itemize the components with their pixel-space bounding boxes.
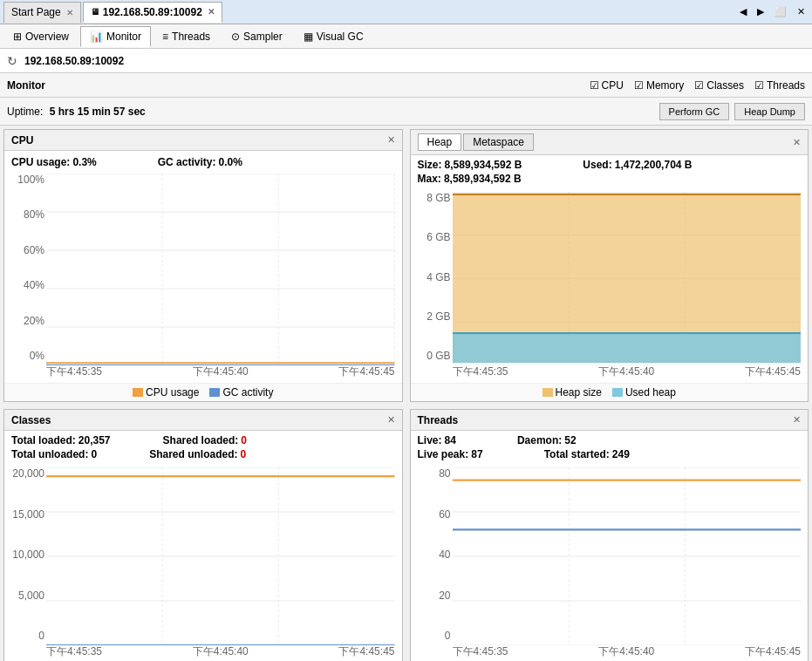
threads-panel: Threads ✕ Live: 84 Daemon: 52 Live peak:…: [410, 409, 809, 661]
classes-total-unloaded: Total unloaded: 0: [11, 448, 97, 460]
uptime-display: Uptime: 5 hrs 15 min 57 sec: [7, 106, 146, 118]
classes-stat-row1: Total loaded: 20,357 Shared loaded: 0: [11, 434, 395, 446]
threads-live-peak-stat: Live peak: 87: [418, 448, 483, 460]
title-bar: Start Page ✕ 🖥 192.168.50.89:10092 ✕ ◀ ▶…: [0, 0, 812, 24]
address-text: 192.168.50.89:10092: [24, 55, 124, 67]
threads-stat-row2: Live peak: 87 Total started: 249: [418, 448, 802, 460]
nav-forward-button[interactable]: ▶: [754, 6, 768, 17]
gc-color-box: [209, 388, 220, 397]
heap-panel-header: Heap Metaspace ✕: [411, 130, 809, 155]
refresh-icon[interactable]: ↻: [7, 54, 17, 68]
checkbox-threads-icon: ☑: [754, 79, 764, 92]
heap-chart-area: 8 GB 6 GB 4 GB 2 GB 0 GB: [411, 188, 809, 383]
threads-icon: ≡: [162, 31, 168, 43]
main-content: CPU ✕ CPU usage: 0.3% GC activity: 0.0% …: [0, 126, 812, 661]
nav-back-button[interactable]: ◀: [736, 6, 750, 17]
heap-tab-metaspace[interactable]: Metaspace: [463, 133, 534, 151]
checkbox-classes-icon: ☑: [694, 79, 704, 92]
cpu-color-box: [133, 388, 143, 397]
threads-panel-title: Threads: [418, 414, 794, 426]
title-bar-controls: ◀ ▶ ⬜ ✕: [736, 6, 809, 17]
cpu-y-labels: 100% 80% 60% 40% 20% 0%: [8, 174, 44, 362]
heap-x-labels: 下午4:45:35 下午4:45:40 下午4:45:45: [453, 365, 802, 379]
heap-stat-row1: Size: 8,589,934,592 B Used: 1,472,200,70…: [418, 159, 802, 171]
monitor-icon: 📊: [90, 31, 103, 43]
tab-monitor[interactable]: 🖥 192.168.50.89:10092 ✕: [83, 2, 222, 23]
threads-x-labels: 下午4:45:35 下午4:45:40 下午4:45:45: [453, 644, 802, 659]
heap-close-icon[interactable]: ✕: [793, 137, 801, 148]
tab-start-page[interactable]: Start Page ✕: [3, 2, 81, 23]
sampler-icon: ⊙: [231, 31, 240, 43]
close-start-page-icon[interactable]: ✕: [66, 8, 73, 17]
heap-tab-heap[interactable]: Heap: [418, 133, 462, 151]
nav-tab-sampler[interactable]: ⊙ Sampler: [222, 26, 292, 47]
heap-size-color: [542, 388, 553, 397]
visual-gc-icon: ▦: [304, 31, 313, 43]
classes-stat-row2: Total unloaded: 0 Shared unloaded: 0: [11, 448, 395, 460]
cpu-x-labels: 下午4:45:35 下午4:45:40 下午4:45:45: [46, 365, 395, 379]
cpu-legend-gc: GC activity: [209, 386, 273, 399]
nav-bar: ⊞ Overview 📊 Monitor ≡ Threads ⊙ Sampler…: [0, 24, 812, 49]
classes-close-icon[interactable]: ✕: [387, 414, 395, 426]
check-classes[interactable]: ☑ Classes: [694, 79, 744, 92]
nav-tab-overview[interactable]: ⊞ Overview: [3, 26, 78, 47]
action-buttons: Perform GC Heap Dump: [659, 103, 805, 120]
nav-tab-monitor[interactable]: 📊 Monitor: [80, 26, 151, 47]
heap-tabs: Heap Metaspace: [418, 133, 536, 151]
heap-dump-button[interactable]: Heap Dump: [734, 103, 805, 120]
gc-activity-stat: GC activity: 0.0%: [158, 156, 242, 168]
threads-y-labels: 80 60 40 20 0: [414, 467, 451, 642]
cpu-panel-title: CPU: [11, 134, 387, 147]
address-bar: ↻ 192.168.50.89:10092: [0, 49, 812, 73]
heap-stat-row2: Max: 8,589,934,592 B: [418, 173, 802, 185]
classes-shared-unloaded: Shared unloaded: 0: [149, 448, 246, 460]
check-memory[interactable]: ☑ Memory: [634, 79, 684, 92]
classes-stats: Total loaded: 20,357 Shared loaded: 0 To…: [4, 431, 402, 464]
threads-live-stat: Live: 84: [418, 434, 456, 446]
classes-chart-svg: [46, 467, 395, 645]
threads-daemon-stat: Daemon: 52: [517, 434, 577, 446]
classes-x-labels: 下午4:45:35 下午4:45:40 下午4:45:45: [46, 644, 395, 659]
nav-tab-threads[interactable]: ≡ Threads: [153, 26, 220, 47]
minimize-button[interactable]: ⬜: [771, 6, 790, 17]
classes-panel-title: Classes: [11, 414, 387, 426]
heap-legend-used: Used heap: [612, 386, 676, 399]
heap-legend-size: Heap size: [542, 386, 602, 399]
check-cpu[interactable]: ☑ CPU: [590, 79, 624, 92]
classes-chart-area: 20,000 15,000 10,000 5,000 0 下午4:: [4, 464, 402, 661]
heap-max-stat: Max: 8,589,934,592 B: [418, 173, 522, 185]
perform-gc-button[interactable]: Perform GC: [659, 103, 730, 120]
heap-size-stat: Size: 8,589,934,592 B: [418, 159, 522, 171]
close-button[interactable]: ✕: [794, 6, 809, 17]
classes-shared-loaded: Shared loaded: 0: [163, 434, 247, 446]
heap-y-labels: 8 GB 6 GB 4 GB 2 GB 0 GB: [414, 192, 451, 362]
threads-stat-row1: Live: 84 Daemon: 52: [418, 434, 802, 446]
cpu-chart-area: 100% 80% 60% 40% 20% 0%: [4, 170, 402, 383]
classes-total-loaded: Total loaded: 20,357: [11, 434, 111, 446]
nav-tab-visual-gc[interactable]: ▦ Visual GC: [294, 26, 373, 47]
monitor-header: Monitor ☑ CPU ☑ Memory ☑ Classes ☑ Threa…: [0, 73, 812, 98]
heap-used-color: [612, 388, 623, 397]
overview-icon: ⊞: [13, 31, 22, 43]
monitor-title: Monitor: [7, 79, 590, 92]
cpu-legend-cpu: CPU usage: [133, 386, 199, 399]
cpu-close-icon[interactable]: ✕: [387, 134, 395, 146]
cpu-usage-stat: CPU usage: 0.3%: [11, 156, 97, 168]
heap-stats: Size: 8,589,934,592 B Used: 1,472,200,70…: [411, 155, 809, 188]
threads-close-icon[interactable]: ✕: [793, 414, 801, 426]
uptime-value: 5 hrs 15 min 57 sec: [50, 106, 146, 118]
cpu-legend: CPU usage GC activity: [4, 383, 402, 401]
classes-panel-header: Classes ✕: [4, 410, 402, 431]
close-monitor-tab-icon[interactable]: ✕: [208, 7, 215, 17]
heap-panel: Heap Metaspace ✕ Size: 8,589,934,592 B U…: [410, 129, 809, 402]
uptime-bar: Uptime: 5 hrs 15 min 57 sec Perform GC H…: [0, 98, 812, 126]
heap-legend: Heap size Used heap: [411, 383, 809, 401]
classes-y-labels: 20,000 15,000 10,000 5,000 0: [8, 467, 44, 642]
cpu-panel-header: CPU ✕: [4, 130, 402, 151]
heap-used-stat: Used: 1,472,200,704 B: [583, 159, 692, 171]
checkbox-memory-icon: ☑: [634, 79, 644, 92]
monitor-checks: ☑ CPU ☑ Memory ☑ Classes ☑ Threads: [590, 79, 805, 92]
check-threads[interactable]: ☑ Threads: [754, 79, 805, 92]
heap-chart-svg: [453, 192, 802, 365]
checkbox-cpu-icon: ☑: [590, 79, 599, 92]
